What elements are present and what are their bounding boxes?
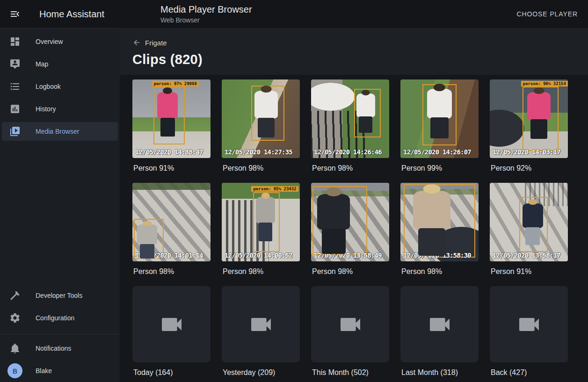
play-box-multiple-icon (9, 126, 21, 137)
choose-player-button[interactable]: CHOOSE PLAYER (513, 0, 581, 28)
timestamp-overlay: 12/05/2020 14:00:52 (225, 252, 292, 259)
sidebar: Overview Map Logbook History Media Brows… (0, 28, 120, 382)
timestamp-overlay: 12/05/2020 14:26:46 (314, 148, 382, 156)
sidebar-item-label: Media Browser (36, 128, 79, 135)
person-figure (137, 224, 157, 245)
person-figure (256, 197, 275, 223)
folder-thumb[interactable] (490, 286, 568, 362)
person-figure (427, 89, 452, 119)
sidebar-item-label: Overview (36, 38, 63, 45)
clip-thumb[interactable]: 12/05/2020 14:27:35 (222, 79, 300, 158)
hammer-icon (9, 290, 21, 301)
folder-label: Today (164) (133, 367, 210, 378)
profile-name: Blake (36, 367, 52, 375)
page-subtitle: Web Browser (160, 16, 252, 24)
bell-icon (9, 343, 21, 354)
person-figure (254, 91, 278, 119)
folder-thumb[interactable] (132, 286, 211, 362)
clip-thumb[interactable]: 12/05/2020 14:26:07 (400, 79, 479, 158)
folder-thumb[interactable] (311, 286, 389, 362)
person-figure (523, 203, 543, 229)
timestamp-overlay: 12/05/2020 13:58:17 (493, 252, 560, 259)
sidebar-item-map[interactable]: Map (2, 55, 118, 73)
clip-thumb[interactable]: person: 95% 23432 12/05/2020 14:00:52 (222, 183, 300, 261)
sidebar-item-label: Map (36, 60, 48, 68)
video-icon (427, 311, 453, 338)
sidebar-item-label: Logbook (36, 83, 61, 90)
folder-card: Back (427) (490, 286, 568, 382)
detection-chip: person: 95% 23432 (251, 186, 298, 192)
clip-caption: Person 98% (312, 163, 388, 174)
folder-label: Back (427) (491, 367, 567, 378)
video-icon (159, 311, 185, 338)
clips-grid: person: 97% 29988 12/05/2020 14:38:47 Pe… (120, 75, 588, 382)
clip-caption: Person 98% (133, 266, 210, 277)
avatar: B (7, 363, 22, 378)
clip-card: person: 96% 32154 12/05/2020 14:03:17 Pe… (490, 79, 568, 183)
sidebar-item-label: Configuration (36, 314, 74, 322)
clip-card: person: 97% 29988 12/05/2020 14:38:47 Pe… (132, 79, 211, 183)
person-figure (527, 92, 551, 120)
sidebar-toggle-button[interactable] (4, 3, 26, 25)
page-title-block: Media Player Browser Web Browser (160, 4, 252, 24)
clip-thumb[interactable]: person: 96% 32154 12/05/2020 14:03:17 (490, 79, 568, 158)
media-browser-content: Frigate Clips (820) person: 97% 29988 12… (120, 28, 588, 382)
view-dashboard-icon (9, 36, 21, 47)
clip-thumb[interactable]: 12/05/2020 13:58:17 (490, 183, 568, 261)
sidebar-item-developer-tools[interactable]: Developer Tools (2, 286, 118, 305)
clip-thumb[interactable]: 12/05/2020 14:01:14 (132, 183, 211, 261)
detection-chip: person: 96% 32154 (521, 81, 568, 86)
timestamp-overlay: 12/05/2020 14:03:17 (493, 148, 560, 156)
clip-caption: Person 98% (312, 266, 388, 277)
video-icon (337, 311, 363, 338)
gear-icon (9, 312, 21, 324)
breadcrumb-label: Frigate (145, 39, 167, 47)
clip-caption: Person 99% (401, 163, 478, 174)
sidebar-spacer (0, 143, 120, 284)
arrow-left-icon (132, 38, 141, 47)
sidebar-item-overview[interactable]: Overview (2, 32, 118, 51)
sidebar-item-logbook[interactable]: Logbook (2, 77, 118, 96)
clip-caption: Person 91% (133, 163, 210, 174)
clip-caption: Person 98% (223, 163, 299, 174)
sidebar-item-notifications[interactable]: Notifications (2, 339, 118, 358)
breadcrumb-back-button[interactable]: Frigate (132, 37, 167, 48)
app-title: Home Assistant (39, 9, 104, 20)
tooltip-account-icon (9, 58, 21, 70)
clip-thumb[interactable]: 12/05/2020 14:26:46 (311, 79, 389, 158)
sidebar-item-label: Developer Tools (36, 292, 82, 299)
sidebar-item-configuration[interactable]: Configuration (2, 309, 118, 327)
person-figure (356, 94, 375, 117)
chart-box-icon (9, 103, 21, 115)
page-title: Media Player Browser (160, 4, 252, 15)
clip-card: person: 95% 23432 12/05/2020 14:00:52 Pe… (222, 183, 300, 286)
clip-card: 12/05/2020 14:26:07 Person 99% (400, 79, 479, 183)
top-app-bar: Home Assistant Media Player Browser Web … (0, 0, 588, 28)
clip-card: 12/05/2020 13:58:17 Person 91% (490, 183, 568, 286)
clip-card: 12/05/2020 13:58:30 Person 98% (400, 183, 479, 286)
list-bulleted-icon (9, 81, 21, 92)
clip-card: 12/05/2020 14:27:35 Person 98% (222, 79, 300, 183)
video-icon (248, 311, 274, 338)
sidebar-item-profile[interactable]: B Blake (2, 361, 118, 380)
sidebar-item-media-browser[interactable]: Media Browser (2, 122, 118, 141)
person-figure (157, 92, 177, 119)
sidebar-item-history[interactable]: History (2, 100, 118, 118)
clip-caption: Person 91% (491, 266, 567, 277)
folder-thumb[interactable] (400, 286, 479, 362)
clip-thumb[interactable]: 12/05/2020 13:58:49 (311, 183, 389, 261)
sidebar-divider (0, 334, 120, 334)
page-heading: Clips (820) (132, 52, 588, 67)
clip-card: 12/05/2020 13:58:49 Person 98% (311, 183, 389, 286)
folder-card: Last Month (318) (400, 286, 479, 382)
folder-label: This Month (502) (312, 367, 388, 378)
clip-thumb[interactable]: person: 97% 29988 12/05/2020 14:38:47 (132, 79, 211, 158)
timestamp-overlay: 12/05/2020 14:27:35 (225, 148, 292, 156)
folder-card: Today (164) (132, 286, 211, 382)
clip-thumb[interactable]: 12/05/2020 13:58:30 (400, 183, 479, 261)
video-icon (516, 311, 542, 338)
menu-open-icon (9, 8, 21, 20)
sidebar-item-label: History (36, 105, 56, 113)
folder-label: Yesterday (209) (223, 367, 299, 378)
folder-thumb[interactable] (222, 286, 300, 362)
